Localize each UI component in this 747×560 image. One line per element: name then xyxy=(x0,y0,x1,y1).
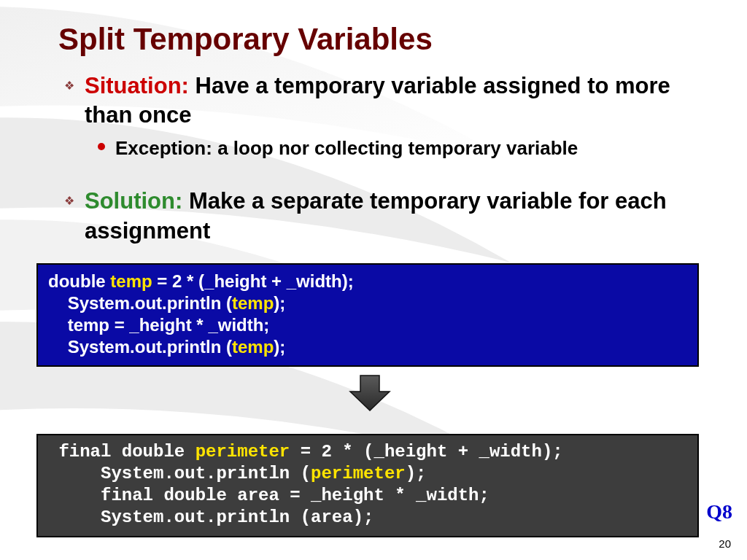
arrow-down-icon xyxy=(347,373,392,413)
solution-text: Solution: Make a separate temporary vari… xyxy=(85,187,703,246)
situation-point: ❖ Situation: Have a temporary variable a… xyxy=(58,71,703,131)
situation-text: Situation: Have a temporary variable ass… xyxy=(85,71,703,131)
exception-text: Exception: a loop nor collecting tempora… xyxy=(115,136,703,161)
dot-bullet-icon xyxy=(98,143,105,150)
slide-title: Split Temporary Variables xyxy=(58,22,703,57)
solution-point: ❖ Solution: Make a separate temporary va… xyxy=(58,187,703,246)
code-before-box: double temp = 2 * (_height + _width); Sy… xyxy=(36,263,699,367)
page-number: 20 xyxy=(719,537,731,550)
solution-label: Solution: xyxy=(85,188,182,214)
exception-subpoint: Exception: a loop nor collecting tempora… xyxy=(58,136,703,161)
situation-label: Situation: xyxy=(85,73,189,98)
diamond-bullet-icon: ❖ xyxy=(64,79,74,93)
arrow-down xyxy=(36,373,703,416)
diamond-bullet-icon: ❖ xyxy=(64,194,74,208)
code-after-box: final double perimeter = 2 * (_height + … xyxy=(36,434,699,537)
